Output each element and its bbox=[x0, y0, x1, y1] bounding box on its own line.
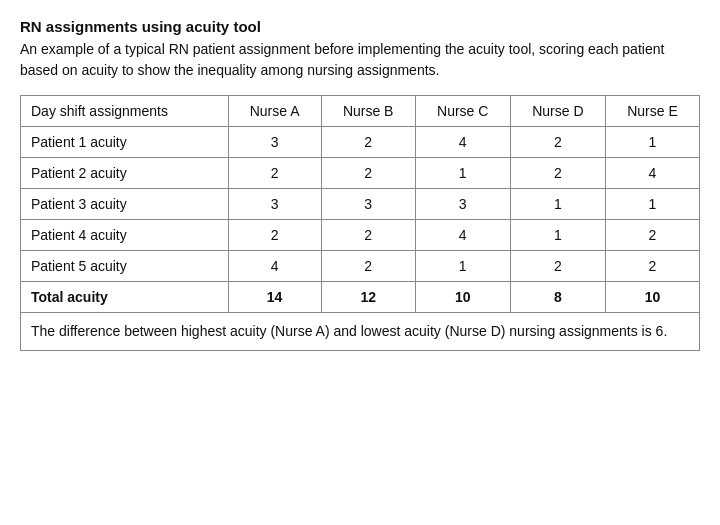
total-val-3: 8 bbox=[510, 282, 605, 313]
row-1-label: Patient 2 acuity bbox=[21, 158, 229, 189]
row-1-val-2: 1 bbox=[415, 158, 510, 189]
table-row: Patient 4 acuity22412 bbox=[21, 220, 700, 251]
acuity-table: Day shift assignments Nurse A Nurse B Nu… bbox=[20, 95, 700, 313]
row-0-val-0: 3 bbox=[228, 127, 321, 158]
header-description: An example of a typical RN patient assig… bbox=[20, 39, 700, 81]
row-3-val-3: 1 bbox=[510, 220, 605, 251]
row-0-val-2: 4 bbox=[415, 127, 510, 158]
total-val-1: 12 bbox=[321, 282, 415, 313]
main-container: RN assignments using acuity tool An exam… bbox=[20, 18, 700, 351]
row-2-val-0: 3 bbox=[228, 189, 321, 220]
total-row: Total acuity 14 12 10 8 10 bbox=[21, 282, 700, 313]
row-1-val-4: 4 bbox=[605, 158, 699, 189]
col-header-5: Nurse E bbox=[605, 96, 699, 127]
table-row: Patient 3 acuity33311 bbox=[21, 189, 700, 220]
col-header-1: Nurse A bbox=[228, 96, 321, 127]
row-3-val-0: 2 bbox=[228, 220, 321, 251]
row-1-val-3: 2 bbox=[510, 158, 605, 189]
row-4-val-1: 2 bbox=[321, 251, 415, 282]
table-row: Patient 2 acuity22124 bbox=[21, 158, 700, 189]
row-2-val-1: 3 bbox=[321, 189, 415, 220]
table-header-row: Day shift assignments Nurse A Nurse B Nu… bbox=[21, 96, 700, 127]
row-4-val-2: 1 bbox=[415, 251, 510, 282]
footer-note: The difference between highest acuity (N… bbox=[20, 313, 700, 351]
row-2-val-4: 1 bbox=[605, 189, 699, 220]
row-3-val-4: 2 bbox=[605, 220, 699, 251]
table-row: Patient 5 acuity42122 bbox=[21, 251, 700, 282]
row-0-val-1: 2 bbox=[321, 127, 415, 158]
total-val-0: 14 bbox=[228, 282, 321, 313]
row-3-val-1: 2 bbox=[321, 220, 415, 251]
row-4-val-4: 2 bbox=[605, 251, 699, 282]
col-header-3: Nurse C bbox=[415, 96, 510, 127]
col-header-4: Nurse D bbox=[510, 96, 605, 127]
row-0-val-3: 2 bbox=[510, 127, 605, 158]
row-3-label: Patient 4 acuity bbox=[21, 220, 229, 251]
row-3-val-2: 4 bbox=[415, 220, 510, 251]
row-4-val-0: 4 bbox=[228, 251, 321, 282]
col-header-0: Day shift assignments bbox=[21, 96, 229, 127]
row-2-val-2: 3 bbox=[415, 189, 510, 220]
row-2-val-3: 1 bbox=[510, 189, 605, 220]
total-val-4: 10 bbox=[605, 282, 699, 313]
header-section: RN assignments using acuity tool An exam… bbox=[20, 18, 700, 81]
col-header-2: Nurse B bbox=[321, 96, 415, 127]
header-title: RN assignments using acuity tool bbox=[20, 18, 700, 35]
row-4-val-3: 2 bbox=[510, 251, 605, 282]
row-0-label: Patient 1 acuity bbox=[21, 127, 229, 158]
row-4-label: Patient 5 acuity bbox=[21, 251, 229, 282]
row-0-val-4: 1 bbox=[605, 127, 699, 158]
total-label: Total acuity bbox=[21, 282, 229, 313]
row-1-val-1: 2 bbox=[321, 158, 415, 189]
row-1-val-0: 2 bbox=[228, 158, 321, 189]
total-val-2: 10 bbox=[415, 282, 510, 313]
row-2-label: Patient 3 acuity bbox=[21, 189, 229, 220]
table-row: Patient 1 acuity32421 bbox=[21, 127, 700, 158]
